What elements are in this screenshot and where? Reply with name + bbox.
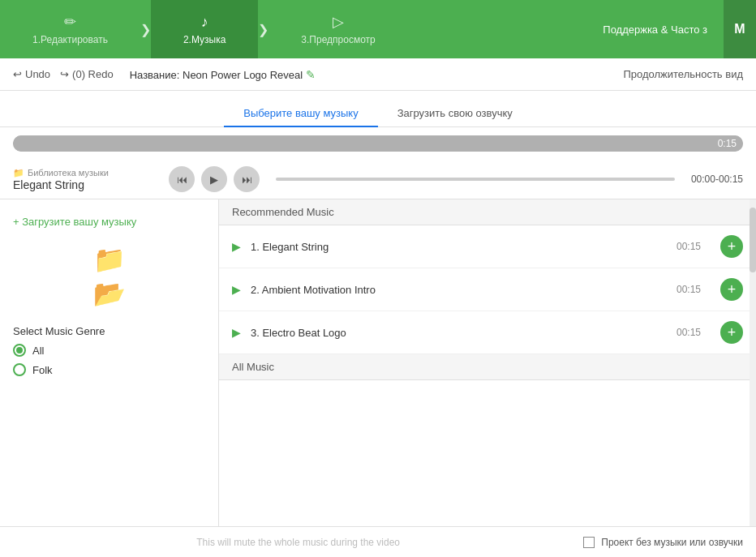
track-3-name: 3. Electro Beat Logo <box>251 327 667 339</box>
track-name: Elegant String <box>13 178 143 191</box>
play-track-2-icon[interactable]: ▶ <box>232 283 241 296</box>
radio-folk[interactable] <box>13 363 26 376</box>
step1-label: 1.Редактировать <box>32 34 108 45</box>
step2-label: 2.Музыка <box>183 34 226 45</box>
track-3-duration: 00:15 <box>677 327 701 338</box>
scrollbar-thumb[interactable] <box>750 208 756 272</box>
main-content: + Загрузите вашу музыку 📁 📂 Select Music… <box>0 199 756 528</box>
bottom-bar: This will mute the whole music during th… <box>0 526 756 557</box>
step3-label: 3.Предпросмотр <box>301 34 375 45</box>
track-1-name: 1. Elegant String <box>251 241 667 253</box>
edit-icon: ✏ <box>64 13 76 31</box>
play-track-1-icon[interactable]: ▶ <box>232 240 241 253</box>
add-track-3-button[interactable]: + <box>720 321 743 344</box>
play-button[interactable]: ▶ <box>201 166 227 192</box>
nav-step-2[interactable]: ♪ 2.Музыка <box>151 0 258 58</box>
genre-section-label: Select Music Genre <box>0 319 218 341</box>
tab-upload-voiceover[interactable]: Загрузить свою озвучку <box>378 101 532 127</box>
folder-icons-area: 📁 📂 <box>0 234 218 319</box>
undo-button[interactable]: ↩ Undo <box>13 68 50 80</box>
toolbar: ↩ Undo ↪ (0) Redo Название: Neon Power L… <box>0 58 756 91</box>
no-music-option[interactable]: Проект без музыки или озвучки <box>583 537 743 548</box>
music-icon: ♪ <box>201 14 208 31</box>
track-1-duration: 00:15 <box>677 241 701 252</box>
nav-step-3[interactable]: ▷ 3.Предпросмотр <box>268 0 407 58</box>
progress-area: 0:15 <box>0 127 756 160</box>
folder-icon: 📁 <box>13 168 24 178</box>
progress-fill <box>13 135 743 152</box>
sidebar: + Загрузите вашу музыку 📁 📂 Select Music… <box>0 199 219 528</box>
title-edit-icon[interactable]: ✎ <box>306 68 316 81</box>
support-link[interactable]: Поддержка & Часто з <box>586 0 724 58</box>
genre-all-label: All <box>32 345 44 357</box>
track-item-3[interactable]: ▶ 3. Electro Beat Logo 00:15 + <box>219 311 756 354</box>
folder-open-icon: 📂 <box>93 278 126 309</box>
top-nav: ✏ 1.Редактировать ❯ ♪ 2.Музыка ❯ ▷ 3.Пре… <box>0 0 756 58</box>
genre-option-all[interactable]: All <box>0 341 218 360</box>
project-title: Название: Neon Power Logo Reveal ✎ <box>130 68 316 81</box>
player-controls: ⏮ ▶ ⏭ <box>169 166 260 192</box>
all-music-header: All Music <box>219 354 756 380</box>
track-2-name: 2. Ambient Motivation Intro <box>251 284 667 296</box>
add-track-2-button[interactable]: + <box>720 278 743 301</box>
redo-icon: ↪ <box>60 68 69 80</box>
tab-choose-music[interactable]: Выберите вашу музыку <box>224 101 377 127</box>
add-track-1-button[interactable]: + <box>720 235 743 258</box>
undo-icon: ↩ <box>13 68 22 80</box>
track-2-duration: 00:15 <box>677 284 701 295</box>
progress-time: 0:15 <box>718 138 737 149</box>
upload-music-button[interactable]: + Загрузите вашу музыку <box>0 209 218 234</box>
genre-folk-label: Folk <box>32 364 53 376</box>
no-music-checkbox[interactable] <box>583 537 595 548</box>
mute-notice: This will mute the whole music during th… <box>13 537 583 548</box>
music-list: Recommended Music ▶ 1. Elegant String 00… <box>219 199 756 528</box>
nav-step-1[interactable]: ✏ 1.Редактировать <box>0 0 140 58</box>
player-row: 📁 Библиотека музыки Elegant String ⏮ ▶ ⏭… <box>0 160 756 199</box>
redo-button[interactable]: ↪ (0) Redo <box>60 68 114 80</box>
folder-closed-icon: 📁 <box>93 244 126 275</box>
seek-bar[interactable] <box>276 178 675 181</box>
duration-label: Продолжительность вид <box>623 68 743 80</box>
genre-option-folk[interactable]: Folk <box>0 360 218 379</box>
nav-arrow-1: ❯ <box>140 0 151 58</box>
m-button[interactable]: М <box>724 0 756 58</box>
prev-button[interactable]: ⏮ <box>169 166 195 192</box>
library-info: 📁 Библиотека музыки Elegant String <box>13 168 143 191</box>
preview-icon: ▷ <box>333 13 344 31</box>
next-button[interactable]: ⏭ <box>234 166 260 192</box>
track-item-2[interactable]: ▶ 2. Ambient Motivation Intro 00:15 + <box>219 268 756 311</box>
progress-track[interactable]: 0:15 <box>13 135 743 152</box>
undo-label: Undo <box>25 68 50 80</box>
recommended-header: Recommended Music <box>219 199 756 225</box>
library-label: 📁 Библиотека музыки <box>13 168 143 178</box>
track-item-1[interactable]: ▶ 1. Elegant String 00:15 + <box>219 225 756 268</box>
no-music-label: Проект без музыки или озвучки <box>601 537 743 548</box>
redo-label: (0) Redo <box>72 68 114 80</box>
radio-all[interactable] <box>13 344 26 357</box>
tabs-bar: Выберите вашу музыку Загрузить свою озву… <box>0 91 756 127</box>
play-track-3-icon[interactable]: ▶ <box>232 326 241 339</box>
nav-arrow-2: ❯ <box>258 0 268 58</box>
player-time: 00:00-00:15 <box>691 174 743 185</box>
